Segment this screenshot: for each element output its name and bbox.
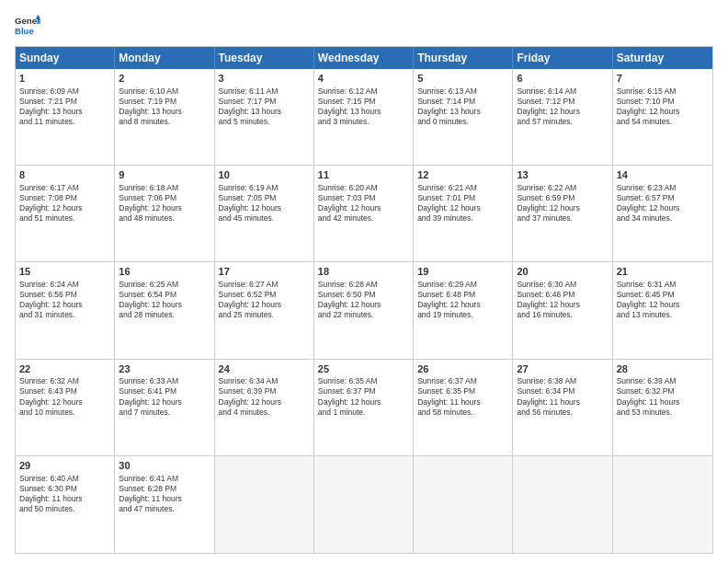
cell-info: and 42 minutes. xyxy=(318,213,409,224)
cell-info: Daylight: 12 hours xyxy=(517,300,608,310)
day-cell-16: 16Sunrise: 6:25 AMSunset: 6:54 PMDayligh… xyxy=(115,262,214,358)
cell-info: Daylight: 12 hours xyxy=(417,203,508,213)
day-cell-26: 26Sunrise: 6:37 AMSunset: 6:35 PMDayligh… xyxy=(414,360,513,455)
empty-cell xyxy=(314,456,414,553)
cell-info: Daylight: 13 hours xyxy=(219,107,310,117)
header-day-friday: Friday xyxy=(513,47,612,69)
cell-info: Sunrise: 6:29 AM xyxy=(417,280,508,290)
day-cell-2: 2Sunrise: 6:10 AMSunset: 7:19 PMDaylight… xyxy=(115,69,214,165)
header-day-thursday: Thursday xyxy=(414,47,513,69)
cell-info: and 8 minutes. xyxy=(119,117,210,127)
calendar-week-4: 22Sunrise: 6:32 AMSunset: 6:43 PMDayligh… xyxy=(16,360,712,456)
cell-info: Sunrise: 6:34 AM xyxy=(219,376,310,386)
svg-text:Blue: Blue xyxy=(15,26,34,36)
cell-info: and 39 minutes. xyxy=(417,213,508,224)
cell-info: Sunset: 7:10 PM xyxy=(617,97,709,107)
cell-info: Sunrise: 6:14 AM xyxy=(517,86,608,97)
cell-info: Daylight: 12 hours xyxy=(318,300,409,310)
day-cell-7: 7Sunrise: 6:15 AMSunset: 7:10 PMDaylight… xyxy=(613,69,712,165)
cell-info: Sunset: 6:56 PM xyxy=(19,290,110,300)
day-cell-20: 20Sunrise: 6:30 AMSunset: 6:46 PMDayligh… xyxy=(513,262,612,358)
cell-info: Sunrise: 6:20 AM xyxy=(318,183,409,193)
calendar-week-3: 15Sunrise: 6:24 AMSunset: 6:56 PMDayligh… xyxy=(16,262,712,359)
cell-info: Sunset: 6:43 PM xyxy=(19,386,110,396)
cell-info: Daylight: 12 hours xyxy=(19,397,110,408)
cell-info: Sunset: 7:06 PM xyxy=(119,193,210,203)
header-day-tuesday: Tuesday xyxy=(215,47,314,69)
day-cell-9: 9Sunrise: 6:18 AMSunset: 7:06 PMDaylight… xyxy=(115,166,214,261)
cell-info: Sunset: 7:12 PM xyxy=(517,97,608,107)
cell-info: Daylight: 11 hours xyxy=(19,494,110,504)
cell-info: Sunset: 6:39 PM xyxy=(219,386,310,396)
cell-info: and 25 minutes. xyxy=(219,310,310,320)
cell-info: Daylight: 12 hours xyxy=(517,203,608,213)
cell-info: Sunset: 6:46 PM xyxy=(517,290,608,300)
cell-info: Sunset: 6:52 PM xyxy=(219,290,310,300)
day-cell-10: 10Sunrise: 6:19 AMSunset: 7:05 PMDayligh… xyxy=(215,166,314,261)
cell-info: and 57 minutes. xyxy=(517,117,608,127)
cell-info: Daylight: 12 hours xyxy=(219,300,310,310)
cell-info: and 4 minutes. xyxy=(219,408,310,418)
page-header: General Blue xyxy=(15,13,713,39)
cell-info: Sunrise: 6:28 AM xyxy=(318,280,409,290)
cell-info: Daylight: 12 hours xyxy=(19,203,110,213)
cell-info: and 5 minutes. xyxy=(219,117,310,127)
header-day-wednesday: Wednesday xyxy=(314,47,414,69)
day-cell-29: 29Sunrise: 6:40 AMSunset: 6:30 PMDayligh… xyxy=(16,456,115,553)
day-cell-30: 30Sunrise: 6:41 AMSunset: 6:28 PMDayligh… xyxy=(115,456,214,553)
cell-info: and 19 minutes. xyxy=(417,310,508,320)
logo-icon: General Blue xyxy=(15,13,40,39)
calendar: SundayMondayTuesdayWednesdayThursdayFrid… xyxy=(15,46,713,554)
day-cell-27: 27Sunrise: 6:38 AMSunset: 6:34 PMDayligh… xyxy=(513,360,612,455)
day-cell-1: 1Sunrise: 6:09 AMSunset: 7:21 PMDaylight… xyxy=(16,69,115,165)
day-cell-13: 13Sunrise: 6:22 AMSunset: 6:59 PMDayligh… xyxy=(513,166,612,261)
cell-info: Sunset: 6:35 PM xyxy=(417,386,508,396)
cell-info: Sunrise: 6:24 AM xyxy=(19,280,110,290)
cell-info: Sunset: 7:03 PM xyxy=(318,193,409,203)
day-cell-14: 14Sunrise: 6:23 AMSunset: 6:57 PMDayligh… xyxy=(613,166,712,261)
cell-info: Sunset: 6:28 PM xyxy=(119,484,210,494)
cell-info: Sunset: 6:54 PM xyxy=(119,290,210,300)
day-cell-11: 11Sunrise: 6:20 AMSunset: 7:03 PMDayligh… xyxy=(314,166,414,261)
cell-info: Sunset: 6:50 PM xyxy=(318,290,409,300)
cell-info: and 11 minutes. xyxy=(19,117,110,127)
cell-info: and 31 minutes. xyxy=(19,310,110,320)
cell-info: and 53 minutes. xyxy=(617,408,709,418)
cell-info: and 45 minutes. xyxy=(219,213,310,224)
cell-info: Daylight: 12 hours xyxy=(517,107,608,117)
day-cell-15: 15Sunrise: 6:24 AMSunset: 6:56 PMDayligh… xyxy=(16,262,115,358)
empty-cell xyxy=(414,456,513,553)
cell-info: Daylight: 12 hours xyxy=(617,107,709,117)
cell-info: Sunrise: 6:10 AM xyxy=(119,86,210,97)
cell-info: Sunset: 6:41 PM xyxy=(119,386,210,396)
cell-info: and 1 minute. xyxy=(318,408,409,418)
calendar-header: SundayMondayTuesdayWednesdayThursdayFrid… xyxy=(16,47,712,69)
cell-info: Sunrise: 6:38 AM xyxy=(517,376,608,386)
cell-info: Daylight: 12 hours xyxy=(119,203,210,213)
day-cell-19: 19Sunrise: 6:29 AMSunset: 6:48 PMDayligh… xyxy=(414,262,513,358)
cell-info: Daylight: 13 hours xyxy=(119,107,210,117)
cell-info: Daylight: 13 hours xyxy=(318,107,409,117)
cell-info: Sunset: 6:59 PM xyxy=(517,193,608,203)
cell-info: Sunset: 7:17 PM xyxy=(219,97,310,107)
cell-info: Sunset: 7:01 PM xyxy=(417,193,508,203)
cell-info: Sunset: 6:57 PM xyxy=(617,193,709,203)
cell-info: and 54 minutes. xyxy=(617,117,709,127)
cell-info: Sunrise: 6:40 AM xyxy=(19,474,110,484)
day-cell-3: 3Sunrise: 6:11 AMSunset: 7:17 PMDaylight… xyxy=(215,69,314,165)
cell-info: and 16 minutes. xyxy=(517,310,608,320)
cell-info: Daylight: 11 hours xyxy=(517,397,608,408)
day-cell-8: 8Sunrise: 6:17 AMSunset: 7:08 PMDaylight… xyxy=(16,166,115,261)
cell-info: Sunrise: 6:18 AM xyxy=(119,183,210,193)
day-cell-25: 25Sunrise: 6:35 AMSunset: 6:37 PMDayligh… xyxy=(314,360,414,455)
cell-info: Sunset: 7:14 PM xyxy=(417,97,508,107)
day-cell-12: 12Sunrise: 6:21 AMSunset: 7:01 PMDayligh… xyxy=(414,166,513,261)
cell-info: Daylight: 12 hours xyxy=(219,397,310,408)
logo: General Blue xyxy=(15,13,44,39)
cell-info: and 28 minutes. xyxy=(119,310,210,320)
cell-info: Sunset: 7:15 PM xyxy=(318,97,409,107)
empty-cell xyxy=(513,456,612,553)
day-cell-23: 23Sunrise: 6:33 AMSunset: 6:41 PMDayligh… xyxy=(115,360,214,455)
cell-info: and 58 minutes. xyxy=(417,408,508,418)
cell-info: Daylight: 12 hours xyxy=(318,397,409,408)
